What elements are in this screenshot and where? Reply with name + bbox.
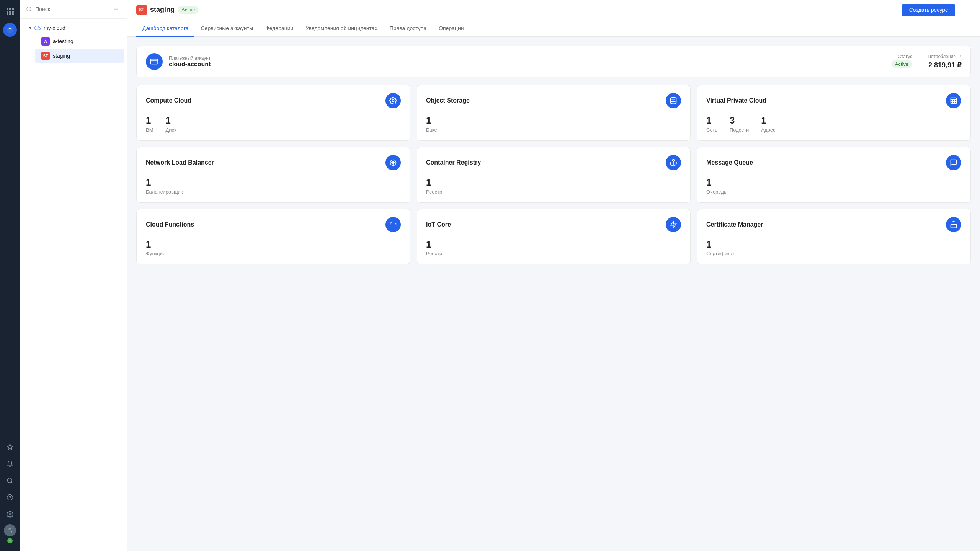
home-avatar[interactable] xyxy=(3,23,17,37)
user-avatar[interactable] xyxy=(4,524,16,536)
help-icon[interactable] xyxy=(3,491,17,504)
sidebar-item-a-testing[interactable]: A a-testing xyxy=(35,34,124,49)
tab-dashboard[interactable]: Дашборд каталога xyxy=(136,20,194,37)
service-name: Message Queue xyxy=(706,159,753,166)
service-card-iot-core[interactable]: IoT Core 1 Реестр xyxy=(416,209,691,265)
favorites-icon[interactable] xyxy=(3,440,17,454)
svg-rect-25 xyxy=(951,224,957,228)
svg-point-6 xyxy=(9,514,11,515)
billing-consumption: Потребление ? 2 819,91 ₽ xyxy=(928,54,961,69)
tab-operations[interactable]: Операции xyxy=(433,20,470,37)
service-icon xyxy=(385,217,401,232)
svg-point-13 xyxy=(671,98,676,99)
service-stats: 1 Сертификат xyxy=(706,239,961,257)
svg-rect-14 xyxy=(951,98,957,104)
settings-icon[interactable] xyxy=(3,507,17,521)
service-stats: 1 Функция xyxy=(146,239,401,257)
service-stats: 1 Сеть 3 Подсети 1 Адрес xyxy=(706,115,961,133)
search-input[interactable] xyxy=(35,6,108,12)
service-stat: 1 Балансировщик xyxy=(146,177,183,195)
svg-marker-1 xyxy=(7,444,13,450)
more-options-button[interactable]: ··· xyxy=(959,4,971,16)
tabs-bar: Дашборд каталога Сервисные аккаунты Феде… xyxy=(127,20,980,37)
main-content: Платежный аккаунт cloud-account Статус A… xyxy=(127,37,980,551)
service-header: Object Storage xyxy=(426,93,681,108)
service-name: IoT Core xyxy=(426,221,451,228)
service-name: Compute Cloud xyxy=(146,97,191,104)
service-stat: 3 Подсети xyxy=(730,115,749,133)
project-header: ST staging Active xyxy=(136,5,199,15)
a-testing-label: a-testing xyxy=(53,38,74,44)
service-card-cloud-functions[interactable]: Cloud Functions 1 Функция xyxy=(136,209,410,265)
apps-icon[interactable] xyxy=(3,5,17,18)
service-grid: Compute Cloud 1 ВМ 1 Диск Object Storage xyxy=(136,85,971,264)
service-stats: 1 Реестр xyxy=(426,177,681,195)
service-icon xyxy=(385,93,401,108)
service-icon xyxy=(946,217,961,232)
sidebar-item-staging[interactable]: ST staging xyxy=(35,49,124,63)
staging-label: staging xyxy=(53,53,70,59)
service-card-container-registry[interactable]: Container Registry 1 Реестр xyxy=(416,147,691,203)
tab-incidents[interactable]: Уведомления об инцидентах xyxy=(299,20,383,37)
service-icon xyxy=(666,155,681,170)
bell-icon[interactable] xyxy=(3,457,17,471)
cloud-icon xyxy=(34,25,41,31)
svg-line-9 xyxy=(30,10,31,11)
service-card-compute-cloud[interactable]: Compute Cloud 1 ВМ 1 Диск xyxy=(136,85,410,141)
billing-status-value: Active xyxy=(891,60,912,68)
billing-card[interactable]: Платежный аккаунт cloud-account Статус A… xyxy=(136,46,971,77)
add-project-button[interactable]: + xyxy=(111,5,121,14)
user-status-badge: ● xyxy=(7,538,13,543)
tab-service-accounts[interactable]: Сервисные аккаунты xyxy=(194,20,259,37)
search-sidebar-icon[interactable] xyxy=(3,474,17,487)
billing-consumption-label: Потребление ? xyxy=(928,54,961,59)
billing-icon xyxy=(146,53,163,70)
service-stats: 1 Бакет xyxy=(426,115,681,133)
service-header: Network Load Balancer xyxy=(146,155,401,170)
service-card-virtual-private-cloud[interactable]: Virtual Private Cloud 1 Сеть 3 Подсети 1… xyxy=(697,85,971,141)
a-testing-badge: A xyxy=(41,37,50,46)
service-stat: 1 Реестр xyxy=(426,177,442,195)
billing-amount: 2 819,91 ₽ xyxy=(928,61,961,69)
billing-right: Статус Active Потребление ? 2 819,91 ₽ xyxy=(891,54,961,69)
service-header: Message Queue xyxy=(706,155,961,170)
service-card-network-load-balancer[interactable]: Network Load Balancer 1 Балансировщик xyxy=(136,147,410,203)
service-card-message-queue[interactable]: Message Queue 1 Очередь xyxy=(697,147,971,203)
service-stats: 1 ВМ 1 Диск xyxy=(146,115,401,133)
service-name: Certificate Manager xyxy=(706,221,763,228)
consumption-hint[interactable]: ? xyxy=(959,54,961,59)
billing-name: cloud-account xyxy=(169,61,885,68)
chevron-down-icon: ▾ xyxy=(29,25,31,31)
service-icon xyxy=(946,93,961,108)
svg-rect-10 xyxy=(151,59,158,64)
service-stat: 1 Адрес xyxy=(761,115,775,133)
service-stat: 1 Бакет xyxy=(426,115,439,133)
search-bar: + xyxy=(20,0,127,19)
svg-marker-24 xyxy=(671,221,676,228)
status-badge: Active xyxy=(178,6,199,14)
service-card-certificate-manager[interactable]: Certificate Manager 1 Сертификат xyxy=(697,209,971,265)
tab-federation[interactable]: Федерации xyxy=(259,20,299,37)
search-icon xyxy=(26,6,32,12)
service-name: Object Storage xyxy=(426,97,470,104)
cloud-tree-item[interactable]: ▾ my-cloud xyxy=(23,22,124,34)
sidebar: + ▾ my-cloud A a-testing ST staging xyxy=(20,0,127,551)
staging-badge: ST xyxy=(41,52,50,60)
svg-point-12 xyxy=(392,100,394,102)
project-badge: ST xyxy=(136,5,147,15)
service-header: IoT Core xyxy=(426,217,681,232)
service-stat: 1 Реестр xyxy=(426,239,442,257)
svg-line-3 xyxy=(11,482,12,483)
svg-point-7 xyxy=(9,528,11,530)
service-stats: 1 Реестр xyxy=(426,239,681,257)
icon-bar: ● xyxy=(0,0,20,551)
create-resource-button[interactable]: Создать ресурс xyxy=(902,4,956,16)
service-header: Virtual Private Cloud xyxy=(706,93,961,108)
tab-access[interactable]: Права доступа xyxy=(384,20,433,37)
service-stat: 1 Диск xyxy=(166,115,176,133)
service-icon xyxy=(666,217,681,232)
service-stats: 1 Балансировщик xyxy=(146,177,401,195)
service-name: Network Load Balancer xyxy=(146,159,214,166)
project-name: staging xyxy=(150,6,175,14)
service-card-object-storage[interactable]: Object Storage 1 Бакет xyxy=(416,85,691,141)
